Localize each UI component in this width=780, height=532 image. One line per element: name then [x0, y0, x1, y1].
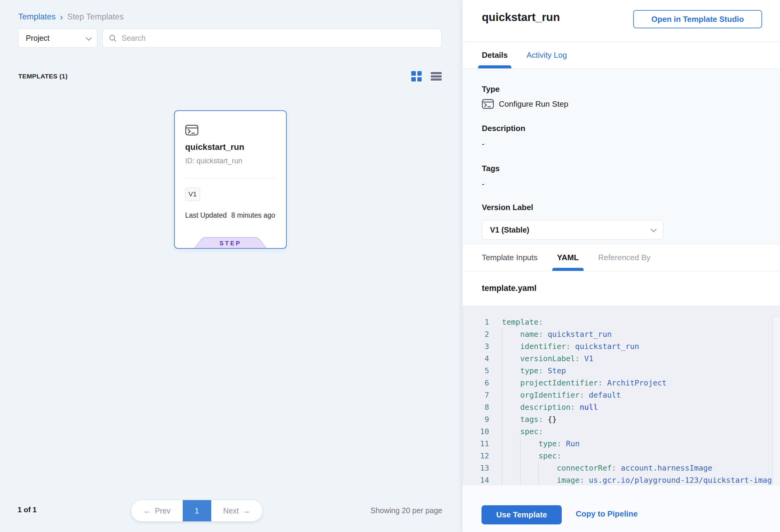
list-view-icon[interactable] [431, 71, 442, 81]
type-value: Configure Run Step [499, 99, 568, 109]
editor-scrollbar[interactable] [773, 316, 780, 485]
next-page-button[interactable]: Next → [211, 500, 263, 521]
tags-label: Tags [482, 164, 761, 173]
yaml-file-name: template.yaml [482, 284, 537, 293]
breadcrumb-current: Step Templates [67, 12, 124, 21]
yaml-line: 9 tags: {} [462, 414, 780, 426]
tab-template-inputs[interactable]: Template Inputs [482, 244, 538, 271]
version-select[interactable]: V1 (Stable) [482, 220, 663, 240]
chevron-down-icon [650, 226, 656, 232]
template-details-panel: quickstart_run Open in Template Studio D… [462, 0, 780, 532]
card-id: ID: quickstart_run [185, 156, 242, 165]
view-toggles [411, 71, 442, 82]
step-ribbon-label: STEP [220, 240, 241, 247]
yaml-line: 4 versionLabel: V1 [462, 353, 780, 365]
yaml-editor[interactable]: 1template:2 name: quickstart_run3 identi… [462, 305, 780, 485]
tab-activity-log[interactable]: Activity Log [527, 42, 567, 68]
tab-yaml[interactable]: YAML [557, 244, 579, 271]
scope-select[interactable]: Project [18, 29, 97, 48]
tags-value: - [482, 179, 761, 189]
description-label: Description [482, 124, 761, 133]
yaml-line: 3 identifier: quickstart_run [462, 340, 780, 353]
details-footer: Use Template Copy to Pipeline [462, 485, 780, 532]
yaml-code: 1template:2 name: quickstart_run3 identi… [462, 316, 780, 485]
open-in-template-studio-button[interactable]: Open in Template Studio [633, 10, 762, 28]
breadcrumb-chevron-icon: › [60, 13, 63, 21]
last-updated-value: 8 minutes ago [231, 211, 275, 220]
card-divider [185, 178, 276, 179]
page-1-button[interactable]: 1 [183, 500, 211, 521]
chevron-down-icon [86, 34, 92, 40]
use-template-button[interactable]: Use Template [482, 505, 562, 524]
yaml-line: 7 orgIdentifier: default [462, 389, 780, 401]
yaml-line: 13 connectorRef: account.harnessImage [462, 462, 780, 474]
arrow-left-icon: ← [143, 506, 151, 516]
next-label: Next [223, 506, 239, 515]
version-label: Version Label [482, 203, 761, 212]
templates-list-panel: Templates › Step Templates Project TEMPL… [0, 0, 462, 532]
yaml-line: 8 description: null [462, 401, 780, 414]
breadcrumb: Templates › Step Templates [18, 12, 124, 21]
template-card[interactable]: quickstart_run ID: quickstart_run V1 Las… [174, 110, 287, 249]
terminal-icon [482, 99, 494, 109]
yaml-line: 1template: [462, 316, 780, 328]
terminal-icon [185, 124, 198, 136]
step-ribbon: STEP [194, 237, 267, 249]
page-count-label: 1 of 1 [18, 505, 37, 514]
description-value: - [482, 139, 761, 149]
last-updated-label: Last Updated [185, 211, 227, 220]
yaml-line: 11 type: Run [462, 438, 780, 450]
template-sub-tabs: Template Inputs YAML Referenced By [482, 244, 650, 271]
type-row: Configure Run Step [482, 99, 761, 109]
yaml-line: 10 spec: [462, 426, 780, 438]
tab-details[interactable]: Details [482, 42, 508, 68]
arrow-right-icon: → [242, 506, 250, 516]
yaml-line: 5 type: Step [462, 365, 780, 377]
prev-label: Prev [155, 506, 170, 515]
breadcrumb-templates-link[interactable]: Templates [18, 12, 56, 21]
per-page-label: Showing 20 per page [371, 506, 442, 515]
yaml-line: 12 spec: [462, 450, 780, 462]
list-header: TEMPLATES (1) [18, 69, 442, 84]
search-icon [109, 34, 117, 42]
prev-page-button[interactable]: ← Prev [131, 500, 183, 521]
card-title: quickstart_run [185, 142, 244, 152]
search-input[interactable] [121, 34, 435, 43]
templates-count-label: TEMPLATES (1) [18, 72, 67, 80]
yaml-file-row: template.yaml [462, 271, 780, 305]
version-badge: V1 [185, 188, 200, 201]
card-last-updated: Last Updated 8 minutes ago [185, 211, 275, 220]
filter-bar: Project [18, 29, 442, 48]
details-title: quickstart_run [482, 11, 560, 24]
yaml-line: 2 name: quickstart_run [462, 328, 780, 340]
grid-view-icon[interactable] [411, 71, 422, 82]
type-label: Type [482, 85, 761, 94]
yaml-line: 14 image: us.gcr.io/playground-123/quick… [462, 474, 780, 485]
copy-to-pipeline-link[interactable]: Copy to Pipeline [576, 509, 638, 519]
version-select-value: V1 (Stable) [490, 226, 529, 234]
details-body: Type Configure Run Step Description - Ta… [462, 68, 780, 244]
tab-referenced-by[interactable]: Referenced By [598, 244, 650, 271]
search-box[interactable] [102, 29, 442, 48]
pagination: ← Prev 1 Next → [131, 500, 262, 521]
yaml-line: 6 projectIdentifier: ArchitProject [462, 377, 780, 389]
scope-select-value: Project [26, 34, 50, 43]
details-tabs: Details Activity Log [482, 42, 567, 68]
